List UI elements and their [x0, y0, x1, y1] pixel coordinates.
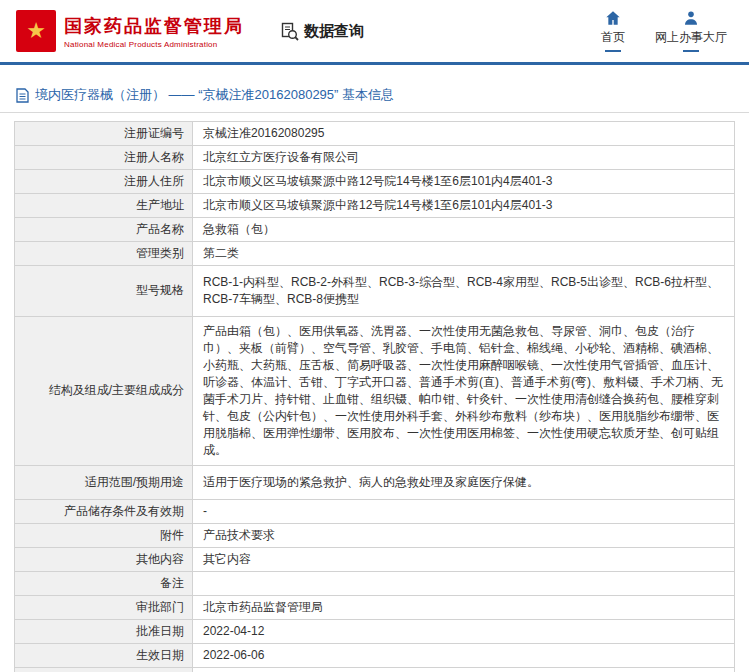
field-label: 批准日期 [15, 619, 193, 643]
field-label: 有效期至 [15, 667, 193, 672]
field-value: 产品由箱（包）、医用供氧器、洗胃器、一次性使用无菌急救包、导尿管、洞巾、包皮（治… [193, 316, 735, 465]
table-row: 注册人住所 北京市顺义区马坡镇聚源中路12号院14号楼1至6层101内4层401… [15, 170, 735, 194]
table-row: 有效期至 2027-06-05 [15, 667, 735, 672]
table-row: 管理类别 第二类 [15, 242, 735, 266]
site-header: ★ 国家药品监督管理局 National Medical Products Ad… [0, 0, 749, 62]
field-label: 生产地址 [15, 194, 193, 218]
table-row: 其他内容 其它内容 [15, 547, 735, 571]
table-row: 适用范围/预期用途 适用于医疗现场的紧急救护、病人的急救处理及家庭医疗保健。 [15, 465, 735, 499]
table-row: 型号规格 RCB-1-内科型、RCB-2-外科型、RCB-3-综合型、RCB-4… [15, 266, 735, 317]
field-value: - [193, 499, 735, 523]
field-label: 适用范围/预期用途 [15, 465, 193, 499]
breadcrumb: 境内医疗器械（注册） —— “京械注准20162080295” 基本信息 [0, 81, 749, 113]
field-label: 备注 [15, 571, 193, 595]
registration-info-table: 注册证编号 京械注准20162080295 注册人名称 北京红立方医疗设备有限公… [14, 121, 735, 672]
field-value: 北京红立方医疗设备有限公司 [193, 146, 735, 170]
field-value: 其它内容 [193, 547, 735, 571]
field-value: 急救箱（包） [193, 218, 735, 242]
field-label: 注册人名称 [15, 146, 193, 170]
field-label: 生效日期 [15, 643, 193, 667]
home-icon [605, 10, 621, 26]
field-value: RCB-1-内科型、RCB-2-外科型、RCB-3-综合型、RCB-4家用型、R… [193, 266, 735, 317]
table-row: 生效日期 2022-06-06 [15, 643, 735, 667]
field-label: 审批部门 [15, 595, 193, 619]
table-row: 备注 [15, 571, 735, 595]
field-label: 结构及组成/主要组成成分 [15, 316, 193, 465]
field-value: 产品技术要求 [193, 523, 735, 547]
table-row: 审批部门 北京市药品监督管理局 [15, 595, 735, 619]
nav-home-underline [605, 50, 621, 52]
national-emblem-icon: ★ [16, 10, 56, 52]
field-label: 附件 [15, 523, 193, 547]
field-label: 其他内容 [15, 547, 193, 571]
logo[interactable]: ★ 国家药品监督管理局 National Medical Products Ad… [16, 10, 244, 52]
table-row: 结构及组成/主要组成成分 产品由箱（包）、医用供氧器、洗胃器、一次性使用无菌急救… [15, 316, 735, 465]
nav-home-label: 首页 [601, 29, 625, 46]
nav-hall-underline [683, 50, 699, 52]
field-label: 产品名称 [15, 218, 193, 242]
field-value: 2022-06-06 [193, 643, 735, 667]
org-name-cn: 国家药品监督管理局 [64, 14, 244, 38]
nav-home[interactable]: 首页 [601, 10, 625, 52]
main-content: 注册证编号 京械注准20162080295 注册人名称 北京红立方医疗设备有限公… [0, 113, 749, 672]
field-value: 北京市顺义区马坡镇聚源中路12号院14号楼1至6层101内4层401-3 [193, 194, 735, 218]
field-label: 管理类别 [15, 242, 193, 266]
field-value: 适用于医疗现场的紧急救护、病人的急救处理及家庭医疗保健。 [193, 465, 735, 499]
table-row: 注册人名称 北京红立方医疗设备有限公司 [15, 146, 735, 170]
table-row: 批准日期 2022-04-12 [15, 619, 735, 643]
nav-online-hall[interactable]: 网上办事大厅 [655, 10, 727, 52]
field-label: 型号规格 [15, 266, 193, 317]
field-value [193, 571, 735, 595]
header-divider [0, 62, 749, 65]
document-icon [16, 88, 29, 103]
nav-hall-label: 网上办事大厅 [655, 29, 727, 46]
table-row: 产品名称 急救箱（包） [15, 218, 735, 242]
data-query-tab[interactable]: 数据查询 [280, 22, 364, 41]
field-value: 2027-06-05 [193, 667, 735, 672]
field-value: 2022-04-12 [193, 619, 735, 643]
table-row: 产品储存条件及有效期 - [15, 499, 735, 523]
field-value: 北京市顺义区马坡镇聚源中路12号院14号楼1至6层101内4层401-3 [193, 170, 735, 194]
field-value: 北京市药品监督管理局 [193, 595, 735, 619]
field-label: 注册证编号 [15, 122, 193, 146]
top-nav: 首页 网上办事大厅 [601, 10, 733, 52]
field-value: 第二类 [193, 242, 735, 266]
search-document-icon [280, 22, 299, 41]
org-name-en: National Medical Products Administration [64, 40, 244, 49]
field-label: 注册人住所 [15, 170, 193, 194]
field-label: 产品储存条件及有效期 [15, 499, 193, 523]
page-title: 境内医疗器械（注册） —— “京械注准20162080295” 基本信息 [35, 86, 394, 104]
table-row: 附件 产品技术要求 [15, 523, 735, 547]
person-icon [683, 10, 699, 26]
data-query-label: 数据查询 [304, 22, 364, 41]
table-row: 注册证编号 京械注准20162080295 [15, 122, 735, 146]
field-value: 京械注准20162080295 [193, 122, 735, 146]
table-row: 生产地址 北京市顺义区马坡镇聚源中路12号院14号楼1至6层101内4层401-… [15, 194, 735, 218]
